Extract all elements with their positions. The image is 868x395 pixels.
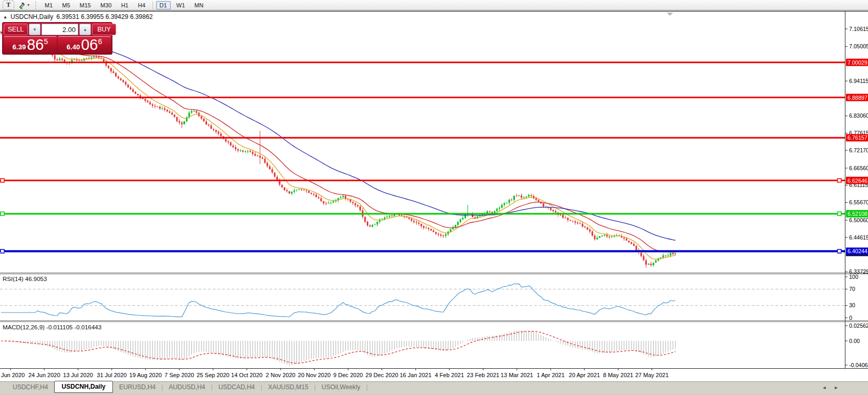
time-tick-label: 8 May 2021 (603, 372, 633, 378)
chart-tab-bar: USDCHF,H4USDCNH,DailyEURUSD,H4|AUDUSD,H4… (0, 381, 868, 393)
price-tick-label: 6.94115 (849, 78, 868, 84)
ask-price-box[interactable]: 6.40 06 6 (58, 36, 111, 53)
price-tick-label: 6.83060 (849, 112, 868, 119)
timeframe-button-m5[interactable]: M5 (58, 1, 74, 9)
tab-separator: | (366, 383, 368, 393)
time-tick-label: 25 Sep 2020 (197, 372, 229, 378)
time-tick-label: 23 Feb 2021 (467, 372, 500, 378)
time-tick-label: 20 Apr 2021 (569, 372, 600, 378)
one-click-trading-panel: SELL ▼ ▲ BUY 6.39 86 5 6.40 06 6 (2, 22, 112, 55)
buy-button[interactable]: BUY (92, 24, 116, 35)
tab-scroll-left-icon[interactable]: ◄ (822, 385, 826, 390)
time-tick-label: 19 Aug 2020 (129, 372, 162, 378)
macd-tick-label: 0.00 (849, 338, 860, 344)
line-handle[interactable] (1, 179, 4, 182)
time-tick-label: 31 Jul 2020 (97, 372, 127, 378)
price-tick-label: 6.44615 (849, 234, 868, 241)
tab-scroll-arrows: ◄ ► (822, 385, 839, 390)
price-tick-label: 6.66560 (849, 165, 868, 171)
time-tick-label: 1 Apr 2021 (536, 372, 564, 378)
double-arrow-icon (18, 2, 26, 9)
price-tick-label: 6.55670 (849, 199, 868, 205)
rsi-tick-label: 70 (849, 286, 855, 292)
rsi-tick-label: 0 (849, 315, 852, 321)
sell-button[interactable]: SELL (4, 24, 28, 35)
price-level-badge-text: 6.76157 (848, 134, 867, 141)
time-tick-label: 13 Jul 2020 (63, 372, 93, 378)
volume-input[interactable] (42, 24, 78, 35)
bid-price-big-digits: 86 (27, 37, 44, 53)
tab-scroll-right-icon[interactable]: ► (834, 385, 839, 390)
chart-tab-xauusd-m15[interactable]: XAUUSD,M15 (263, 382, 314, 393)
line-handle[interactable] (1, 212, 4, 215)
time-tick-label: 24 Jun 2020 (28, 372, 60, 378)
price-level-badge-text: 6.88897 (848, 95, 867, 101)
time-tick-label: 13 Mar 2021 (501, 372, 533, 378)
timeframe-button-h1[interactable]: H1 (117, 1, 132, 9)
price-tick-label: 6.50060 (849, 217, 868, 223)
chart-tab-eurusd-h4[interactable]: EURUSD,H4 (114, 382, 161, 393)
toolbar-grip[interactable] (35, 2, 37, 9)
timeframe-button-w1[interactable]: W1 (173, 1, 189, 9)
chevron-down-icon: ▾ (27, 3, 29, 7)
chart-tab-usdcad-h4[interactable]: USDCAD,H4 (213, 382, 260, 393)
timeframe-button-m1[interactable]: M1 (41, 1, 56, 9)
timeframe-button-d1[interactable]: D1 (156, 1, 171, 9)
time-tick-label: 16 Jan 2021 (400, 372, 432, 378)
bid-price-box[interactable]: 6.39 86 5 (4, 36, 57, 53)
chart-ohlc-values: 6.39531 6.39955 6.39429 6.39862 (56, 13, 153, 20)
time-tick-label: 27 May 2021 (635, 372, 669, 378)
price-level-badge-text: 6.52108 (848, 211, 867, 217)
price-level-badge-text: 7.00029 (848, 59, 867, 66)
collapse-quotes-icon[interactable]: ▲ (3, 15, 7, 19)
chart-canvas[interactable]: 7.106157.050056.941156.830606.776156.721… (0, 11, 868, 381)
time-tick-label: 20 Nov 2020 (298, 372, 330, 378)
chart-tab-usoil-weekly[interactable]: USOil,Weekly (316, 382, 366, 393)
line-handle[interactable] (838, 212, 841, 215)
time-tick-label: 14 Oct 2020 (231, 372, 263, 378)
time-tick-label: 5 Jun 2020 (0, 372, 25, 378)
chart-symbol-period: USDCNH,Daily (11, 13, 53, 20)
chart-title: ▲ USDCNH,Daily 6.39531 6.39955 6.39429 6… (3, 13, 153, 20)
rsi-tick-label: 100 (849, 274, 859, 280)
macd-tick-label: -0.040687 (849, 362, 868, 368)
macd-tick-label: 0.025623 (849, 323, 868, 329)
volume-increase-button[interactable]: ▲ (79, 24, 91, 35)
toolbar-separator (152, 2, 153, 9)
time-tick-label: 4 Feb 2021 (435, 372, 464, 378)
bid-price-prefix: 6.39 (13, 43, 26, 51)
ask-price-big-digits: 06 (81, 37, 98, 53)
rsi-indicator-label: RSI(14) 46.9053 (3, 276, 47, 282)
price-tick-label: 6.72170 (849, 147, 868, 153)
text-tool-button[interactable]: T (3, 1, 14, 10)
price-tick-label: 7.10615 (849, 26, 868, 32)
chart-tab-audusd-h4[interactable]: AUDUSD,H4 (163, 382, 210, 393)
price-level-badge-text: 6.62646 (848, 178, 867, 184)
chart-window: 7.106157.050056.941156.830606.776156.721… (0, 11, 868, 381)
macd-indicator-label: MACD(12,26,9) -0.011105 -0.016443 (3, 324, 101, 330)
bid-price-pip-digit: 5 (44, 37, 48, 46)
ask-price-prefix: 6.40 (67, 43, 80, 51)
volume-decrease-button[interactable]: ▼ (29, 24, 40, 35)
line-handle[interactable] (838, 179, 841, 182)
chart-tab-usdcnh-daily[interactable]: USDCNH,Daily (54, 381, 112, 393)
top-toolbar: T ▾ M1M5M15M30H1H4D1W1MN (0, 0, 868, 11)
timeframe-button-m30[interactable]: M30 (97, 1, 115, 9)
timeframe-button-m15[interactable]: M15 (76, 1, 95, 9)
time-tick-label: 9 Dec 2020 (333, 372, 363, 378)
arrows-tool-button[interactable]: ▾ (16, 1, 31, 10)
price-level-badge-text: 6.40244 (848, 248, 867, 254)
timeframe-button-h4[interactable]: H4 (134, 1, 149, 9)
time-tick-label: 7 Sep 2020 (164, 372, 194, 378)
timeframe-button-mn[interactable]: MN (191, 1, 207, 9)
rsi-tick-label: 30 (849, 302, 855, 308)
time-tick-label: 2 Nov 2020 (266, 372, 295, 378)
chart-tab-usdchf-h4[interactable]: USDCHF,H4 (7, 382, 53, 393)
time-tick-label: 29 Dec 2020 (366, 372, 398, 378)
price-tick-label: 7.05005 (849, 43, 868, 49)
ask-price-pip-digit: 6 (98, 37, 102, 46)
